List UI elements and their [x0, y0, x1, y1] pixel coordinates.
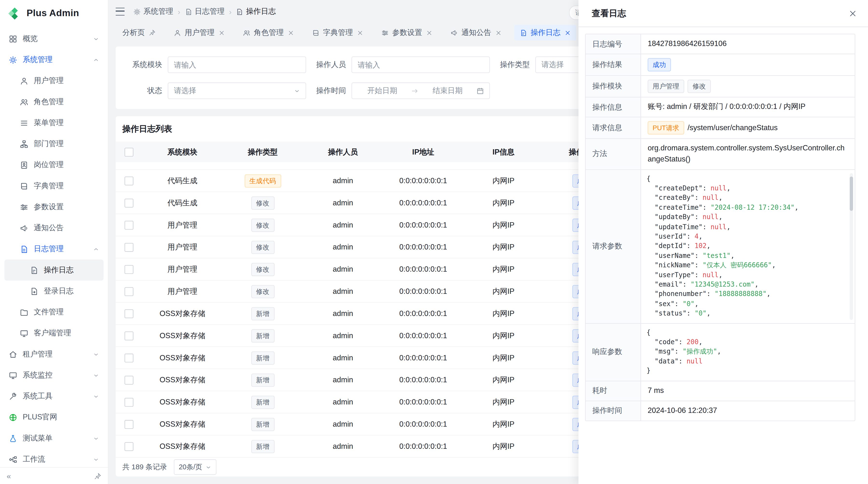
column-header-type: 操作类型 — [222, 147, 303, 157]
page-size-select[interactable]: 20条/页 — [174, 459, 217, 475]
breadcrumb-separator: › — [178, 7, 180, 16]
cell-module: 用户管理 — [142, 264, 222, 274]
cell-type: 修改 — [222, 262, 303, 276]
module-filter-input[interactable] — [168, 56, 306, 73]
operator-filter-input[interactable] — [351, 56, 490, 73]
sidebar-item-file-management[interactable]: 文件管理 — [4, 301, 103, 323]
tab-param-settings[interactable]: 参数设置 — [376, 25, 438, 40]
row-checkbox[interactable] — [125, 243, 133, 252]
row-checkbox[interactable] — [125, 398, 133, 407]
row-checkbox[interactable] — [125, 442, 133, 451]
time-label: 操作时间 — [586, 401, 641, 420]
row-checkbox[interactable] — [125, 176, 133, 185]
cell-operator: admin — [303, 243, 383, 251]
tab-operation-log[interactable]: 操作日志 — [514, 25, 576, 40]
result-label: 操作结果 — [586, 54, 641, 75]
cell-module: OSS对象存储 — [142, 331, 222, 341]
cell-type: 新增 — [222, 351, 303, 364]
sidebar-item-role-management[interactable]: 角色管理 — [4, 91, 103, 112]
pin-icon[interactable] — [94, 473, 101, 480]
row-checkbox[interactable] — [125, 221, 133, 229]
sidebar-item-plus-website[interactable]: PLUS官网 — [4, 407, 103, 428]
type-filter-label: 操作类型 — [499, 60, 530, 70]
cell-operator: admin — [303, 376, 383, 384]
status-filter-select[interactable]: 请选择 — [168, 83, 306, 99]
sidebar-collapse-button[interactable]: « — [7, 472, 11, 480]
row-checkbox[interactable] — [125, 309, 133, 318]
sidebar-item-operation-log[interactable]: 操作日志 — [4, 260, 103, 281]
cell-operator: admin — [303, 221, 383, 229]
close-icon[interactable] — [564, 30, 570, 36]
request-url: /system/user/changeStatus — [688, 122, 778, 133]
display-icon — [9, 371, 17, 379]
close-icon[interactable] — [495, 30, 501, 36]
sidebar-item-system-monitor[interactable]: 系统监控 — [4, 365, 103, 386]
response-params-json: { "code": 200, "msg": "操作成功", "data": nu… — [647, 328, 849, 376]
sidebar-item-tenant-management[interactable]: 租户管理 — [4, 344, 103, 365]
grid-icon — [9, 34, 17, 43]
pin-icon[interactable] — [149, 29, 155, 36]
chevron-down-icon — [93, 36, 99, 42]
tab-analysis[interactable]: 分析页 — [117, 25, 161, 40]
scrollbar-thumb[interactable] — [850, 176, 853, 211]
row-checkbox[interactable] — [125, 265, 133, 274]
cell-operator: admin — [303, 287, 383, 295]
method-value: org.dromara.system.controller.system.Sys… — [641, 139, 855, 169]
breadcrumb-log-management[interactable]: 日志管理 — [185, 7, 224, 17]
flask-icon — [9, 434, 17, 442]
cell-module: 用户管理 — [142, 242, 222, 252]
sidebar-item-system-tools[interactable]: 系统工具 — [4, 386, 103, 407]
breadcrumb-operation-log[interactable]: 操作日志 — [236, 7, 276, 17]
tab-user-management[interactable]: 用户管理 — [168, 25, 230, 40]
cell-operator: admin — [303, 331, 383, 340]
sidebar-item-param-settings[interactable]: 参数设置 — [4, 196, 103, 218]
cell-ip: 0:0:0:0:0:0:0:1 — [383, 331, 463, 340]
sidebar-item-dept-management[interactable]: 部门管理 — [4, 133, 103, 154]
row-checkbox[interactable] — [125, 199, 133, 207]
cell-ip: 0:0:0:0:0:0:0:1 — [383, 420, 463, 428]
close-icon[interactable] — [426, 30, 432, 36]
request-params-json[interactable]: { "createDept": null, "createBy": null, … — [647, 174, 849, 318]
calendar-icon — [477, 87, 484, 95]
row-checkbox[interactable] — [125, 420, 133, 429]
sidebar-item-menu-management[interactable]: 菜单管理 — [4, 112, 103, 133]
row-checkbox[interactable] — [125, 287, 133, 296]
user-icon — [20, 77, 28, 85]
log-id-value: 1842781986426159106 — [641, 34, 855, 54]
cell-ip-info: 内网IP — [463, 353, 544, 363]
close-icon[interactable] — [357, 30, 363, 36]
row-checkbox[interactable] — [125, 376, 133, 384]
sidebar-item-post-management[interactable]: 岗位管理 — [4, 155, 103, 175]
sidebar-item-user-management[interactable]: 用户管理 — [4, 70, 103, 91]
tab-dict-management[interactable]: 字典管理 — [306, 25, 368, 40]
breadcrumb-system-management[interactable]: 系统管理 — [133, 7, 173, 17]
sidebar-item-client-management[interactable]: 客户端管理 — [4, 323, 103, 344]
type-badge: 新增 — [251, 440, 274, 453]
sidebar-item-log-management[interactable]: 日志管理 — [4, 238, 103, 260]
log-detail-table: 日志编号 1842781986426159106 操作结果 成功 操作模块 用户… — [585, 34, 855, 421]
sidebar-item-test-menu[interactable]: 测试菜单 — [4, 428, 103, 449]
row-checkbox[interactable] — [125, 331, 133, 340]
hamburger-menu-icon[interactable] — [116, 8, 125, 15]
close-icon[interactable] — [218, 30, 224, 36]
sidebar-item-login-log[interactable]: 登录日志 — [4, 281, 103, 301]
cell-ip-info: 内网IP — [463, 286, 544, 296]
drawer-close-button[interactable] — [849, 9, 857, 18]
sidebar-item-notice[interactable]: 通知公告 — [4, 218, 103, 238]
sidebar-item-workflow[interactable]: 工作流 — [4, 449, 103, 467]
tab-notice[interactable]: 通知公告 — [445, 25, 507, 40]
megaphone-icon — [451, 29, 458, 36]
breadcrumb-separator: › — [229, 7, 232, 16]
sidebar-item-overview[interactable]: 概览 — [4, 28, 103, 49]
time-range-picker[interactable]: 开始日期 结束日期 — [351, 83, 490, 99]
tab-role-management[interactable]: 角色管理 — [237, 25, 299, 40]
method-label: 方法 — [586, 139, 641, 169]
close-icon[interactable] — [288, 30, 294, 36]
cell-ip: 0:0:0:0:0:0:0:1 — [383, 243, 463, 251]
cell-type: 修改 — [222, 196, 303, 209]
select-all-checkbox[interactable] — [125, 148, 133, 156]
sidebar-item-system-management[interactable]: 系统管理 — [4, 49, 103, 70]
drawer-header: 查看日志 — [579, 0, 868, 27]
sidebar-item-dict-management[interactable]: 字典管理 — [4, 175, 103, 196]
row-checkbox[interactable] — [125, 353, 133, 362]
